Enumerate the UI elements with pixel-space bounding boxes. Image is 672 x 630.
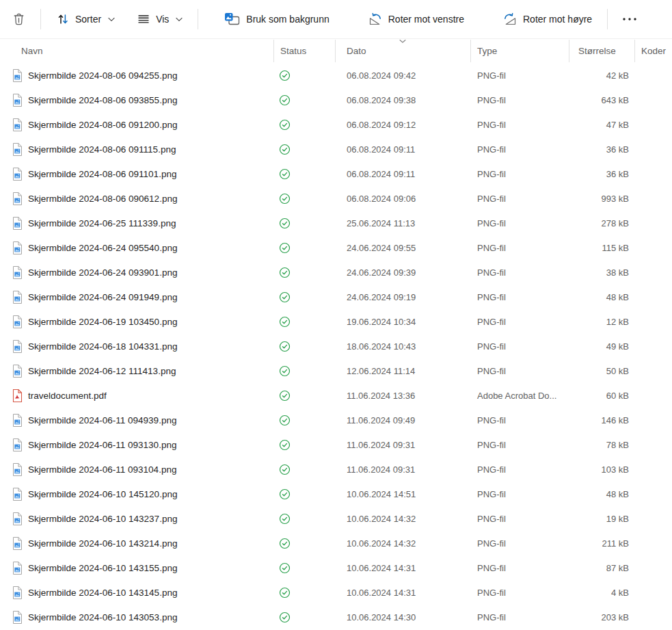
file-date: 10.06.2024 14:32: [335, 514, 470, 524]
table-row[interactable]: Skjermbilde 2024-06-10 143214.png 10.06.…: [0, 531, 672, 555]
rotate-left-button[interactable]: Roter mot venstre: [360, 5, 472, 33]
sync-status-ok-icon: [279, 439, 291, 451]
column-header-tags[interactable]: Koder: [634, 39, 672, 63]
png-file-icon: [12, 192, 23, 206]
png-file-icon: [12, 142, 23, 157]
file-date: 24.06.2024 09:19: [335, 292, 470, 302]
sync-status-ok-icon: [279, 390, 291, 402]
table-row[interactable]: Skjermbilde 2024-08-06 091200.png 06.08.…: [0, 112, 672, 137]
column-header-status[interactable]: Status: [273, 39, 335, 63]
view-button[interactable]: Vis: [129, 5, 191, 33]
column-header-type[interactable]: Type: [470, 39, 569, 63]
table-row[interactable]: Skjermbilde 2024-08-06 091115.png 06.08.…: [0, 137, 672, 161]
sync-status-ok-icon: [279, 612, 291, 623]
table-row[interactable]: Skjermbilde 2024-06-10 143145.png 10.06.…: [0, 580, 672, 605]
sync-status-ok-icon: [279, 144, 291, 155]
file-size: 87 kB: [569, 563, 634, 573]
file-type: PNG-fil: [470, 317, 569, 327]
file-size: 50 kB: [569, 366, 634, 376]
column-header-label: Koder: [641, 46, 666, 56]
file-name: Skjermbilde 2024-06-12 111413.png: [28, 366, 176, 376]
table-row[interactable]: Skjermbilde 2024-06-19 103450.png 19.06.…: [0, 309, 672, 334]
file-date: 06.08.2024 09:38: [335, 95, 470, 105]
sync-status-ok-icon: [279, 193, 291, 205]
toolbar-divider: [40, 9, 41, 29]
file-date: 25.06.2024 11:13: [335, 218, 470, 228]
sync-status-ok-icon: [279, 464, 291, 475]
file-name: Skjermbilde 2024-08-06 093855.png: [28, 95, 177, 105]
table-row[interactable]: Skjermbilde 2024-06-12 111413.png 12.06.…: [0, 358, 672, 383]
file-type: PNG-fil: [470, 612, 569, 622]
png-file-icon: [12, 536, 23, 551]
sort-button[interactable]: Sorter: [48, 5, 123, 33]
png-file-icon: [12, 167, 23, 181]
file-size: 47 kB: [569, 120, 634, 130]
table-row[interactable]: Skjermbilde 2024-06-10 145120.png 10.06.…: [0, 482, 672, 506]
png-file-icon: [12, 241, 23, 255]
file-name: Skjermbilde 2024-06-11 093104.png: [28, 464, 176, 475]
delete-button[interactable]: [3, 5, 33, 33]
file-date: 06.08.2024 09:12: [335, 120, 470, 130]
png-file-icon: [12, 413, 23, 428]
png-file-icon: [12, 265, 23, 280]
png-file-icon: [12, 315, 23, 329]
column-header-label: Type: [477, 46, 497, 56]
file-name: Skjermbilde 2024-06-10 143053.png: [28, 612, 177, 622]
table-row[interactable]: Skjermbilde 2024-06-25 111339.png 25.06.…: [0, 211, 672, 235]
table-row[interactable]: Skjermbilde 2024-06-10 143053.png 10.06.…: [0, 605, 672, 629]
column-header-date[interactable]: Dato: [335, 39, 470, 63]
file-type: PNG-fil: [470, 464, 569, 475]
table-row[interactable]: Skjermbilde 2024-06-11 093104.png 11.06.…: [0, 457, 672, 482]
file-size: 48 kB: [569, 292, 634, 302]
more-options-button[interactable]: [615, 5, 645, 33]
png-file-icon: [12, 364, 23, 378]
file-name: Skjermbilde 2024-06-24 093901.png: [28, 267, 177, 278]
file-date: 24.06.2024 09:39: [335, 267, 470, 278]
file-type: PNG-fil: [470, 514, 569, 524]
table-row[interactable]: Skjermbilde 2024-08-06 094255.png 06.08.…: [0, 63, 672, 88]
file-size: 993 kB: [569, 194, 634, 204]
table-row[interactable]: traveldocument.pdf 11.06.2024 13:36 Adob…: [0, 383, 672, 408]
table-row[interactable]: Skjermbilde 2024-08-06 091101.png 06.08.…: [0, 161, 672, 186]
file-size: 4 kB: [569, 588, 634, 598]
table-row[interactable]: Skjermbilde 2024-06-10 143237.png 10.06.…: [0, 506, 672, 531]
table-row[interactable]: Skjermbilde 2024-06-24 095540.png 24.06.…: [0, 235, 672, 260]
table-row[interactable]: Skjermbilde 2024-06-18 104331.png 18.06.…: [0, 334, 672, 358]
table-row[interactable]: Skjermbilde 2024-06-11 093130.png 11.06.…: [0, 432, 672, 457]
table-row[interactable]: Skjermbilde 2024-06-11 094939.png 11.06.…: [0, 408, 672, 432]
file-size: 203 kB: [569, 612, 634, 622]
file-name: Skjermbilde 2024-08-06 091115.png: [28, 144, 176, 155]
png-file-icon: [12, 339, 23, 354]
trash-icon: [12, 12, 26, 27]
file-type: PNG-fil: [470, 70, 569, 81]
file-name: Skjermbilde 2024-08-06 094255.png: [28, 70, 177, 81]
table-row[interactable]: Skjermbilde 2024-06-24 093901.png 24.06.…: [0, 260, 672, 285]
file-size: 146 kB: [569, 415, 634, 425]
table-row[interactable]: Skjermbilde 2024-08-06 093855.png 06.08.…: [0, 88, 672, 112]
file-type: PNG-fil: [470, 120, 569, 130]
column-header-name[interactable]: Navn: [0, 39, 273, 63]
file-date: 11.06.2024 13:36: [335, 391, 470, 401]
file-name: Skjermbilde 2024-06-25 111339.png: [28, 218, 176, 228]
file-type: PNG-fil: [470, 267, 569, 278]
sync-status-ok-icon: [279, 94, 291, 106]
sort-arrows-icon: [56, 12, 70, 26]
set-as-background-button[interactable]: Bruk som bakgrunn: [216, 5, 337, 33]
file-size: 36 kB: [569, 169, 634, 179]
column-header-size[interactable]: Størrelse: [569, 39, 634, 63]
file-name: Skjermbilde 2024-08-06 090612.png: [28, 194, 177, 204]
sort-descending-icon: [399, 39, 407, 44]
file-date: 06.08.2024 09:11: [335, 144, 470, 155]
file-date: 10.06.2024 14:31: [335, 588, 470, 598]
table-row[interactable]: Skjermbilde 2024-06-10 143155.png 10.06.…: [0, 555, 672, 580]
file-date: 10.06.2024 14:32: [335, 538, 470, 549]
file-size: 60 kB: [569, 391, 634, 401]
file-date: 12.06.2024 11:14: [335, 366, 470, 376]
table-row[interactable]: Skjermbilde 2024-08-06 090612.png 06.08.…: [0, 186, 672, 211]
table-row[interactable]: Skjermbilde 2024-06-24 091949.png 24.06.…: [0, 285, 672, 309]
png-file-icon: [12, 290, 23, 304]
file-name: Skjermbilde 2024-08-06 091101.png: [28, 169, 176, 179]
file-date: 10.06.2024 14:31: [335, 563, 470, 573]
sync-status-ok-icon: [279, 341, 291, 352]
rotate-right-button[interactable]: Roter mot høyre: [494, 5, 600, 33]
